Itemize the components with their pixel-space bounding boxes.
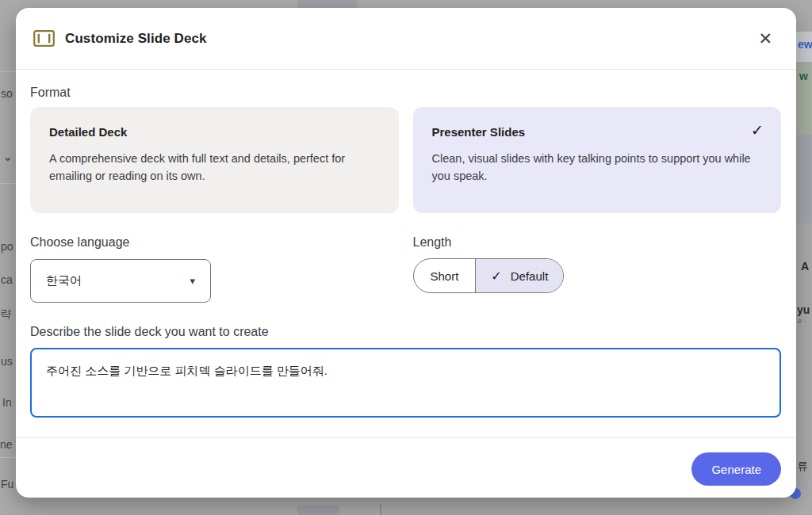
length-option-default[interactable]: ✓ Default <box>475 259 563 292</box>
backdrop-block <box>380 504 381 515</box>
format-label: Format <box>30 86 781 100</box>
selected-check-icon: ✓ <box>491 269 501 284</box>
close-icon[interactable]: ✕ <box>755 27 776 50</box>
customize-slide-deck-dialog: Customize Slide Deck ✕ Format Detailed D… <box>16 8 796 498</box>
backdrop-fragment: ew <box>798 38 812 51</box>
language-selected-value: 한국어 <box>46 273 82 288</box>
card-description: A comprehensive deck with full text and … <box>49 150 380 185</box>
dialog-header: Customize Slide Deck ✕ <box>16 8 796 70</box>
language-select[interactable]: 한국어 ▾ <box>30 259 211 303</box>
backdrop-chevron-fragment: ⌄ <box>2 149 13 164</box>
dropdown-caret-icon: ▾ <box>190 275 195 287</box>
backdrop-fragment: Fu <box>1 478 13 490</box>
language-section: Choose language 한국어 ▾ <box>30 235 399 303</box>
backdrop-block <box>796 135 812 223</box>
describe-label: Describe the slide deck you want to crea… <box>30 325 781 339</box>
card-title: Detailed Deck <box>49 125 380 139</box>
backdrop-fragment: po <box>1 240 13 253</box>
backdrop-block <box>297 505 339 515</box>
backdrop-fragment: In <box>2 396 12 409</box>
format-options: Detailed Deck A comprehensive deck with … <box>30 107 781 213</box>
card-description: Clean, visual slides with key talking po… <box>432 150 763 185</box>
slide-deck-icon <box>33 30 55 47</box>
choose-language-label: Choose language <box>30 235 399 250</box>
backdrop-fragment: so <box>1 87 13 100</box>
describe-section: Describe the slide deck you want to crea… <box>30 325 781 421</box>
backdrop-fragment: e · <box>798 317 806 325</box>
backdrop-divider <box>0 183 16 184</box>
length-toggle: Short ✓ Default <box>413 258 565 293</box>
backdrop-fragment: 략 <box>0 307 11 322</box>
dialog-body: Format Detailed Deck A comprehensive dec… <box>16 70 796 437</box>
backdrop-divider <box>0 457 16 458</box>
backdrop-fragment: 류 <box>797 460 808 474</box>
selected-check-icon: ✓ <box>751 121 764 139</box>
backdrop-fragment: us <box>1 355 13 368</box>
generate-button[interactable]: Generate <box>691 452 781 486</box>
backdrop-block <box>297 0 357 8</box>
length-option-short[interactable]: Short <box>414 259 476 292</box>
card-title: Presenter Slides <box>432 125 763 139</box>
describe-input[interactable]: 주어진 소스를 기반으로 피치덱 슬라이드를 만들어줘. <box>30 348 781 418</box>
length-option-label: Default <box>511 269 549 283</box>
backdrop-fragment: ca <box>1 273 13 286</box>
format-option-presenter-slides[interactable]: Presenter Slides Clean, visual slides wi… <box>413 107 782 213</box>
dialog-title: Customize Slide Deck <box>65 31 207 47</box>
backdrop-fragment: yu <box>797 303 810 316</box>
backdrop-divider <box>0 71 16 72</box>
format-option-detailed-deck[interactable]: Detailed Deck A comprehensive deck with … <box>30 107 399 213</box>
backdrop-fragment: ne <box>0 438 13 451</box>
backdrop-fragment: w <box>799 70 808 82</box>
backdrop-fragment: A <box>801 260 809 273</box>
dialog-footer: Generate <box>16 437 796 498</box>
length-label: Length <box>413 235 782 250</box>
length-section: Length Short ✓ Default <box>413 235 782 303</box>
